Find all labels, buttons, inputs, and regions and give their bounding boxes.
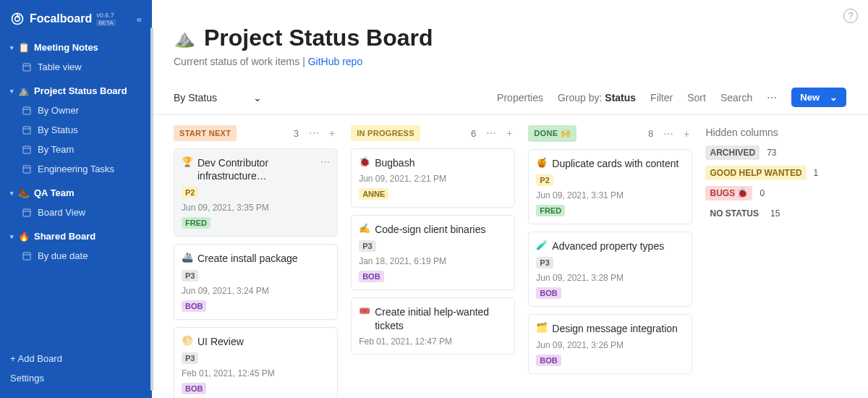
column-more-icon[interactable]: ⋯ xyxy=(306,127,322,139)
column-add-icon[interactable]: + xyxy=(326,127,338,139)
hidden-column-label: GOOD HELP WANTED xyxy=(705,166,806,180)
card-date: Jun 09, 2021, 3:26 PM xyxy=(536,340,684,350)
group-title: Shared Board xyxy=(34,231,95,242)
sidebar-group-header[interactable]: ▾⛰️Project Status Board xyxy=(0,80,152,101)
filter-button[interactable]: Filter xyxy=(650,92,673,103)
owner-badge: ANNE xyxy=(359,188,388,200)
group-icon: ⛰️ xyxy=(18,85,30,96)
card-title: Advanced property types xyxy=(552,240,664,253)
search-button[interactable]: Search xyxy=(720,92,752,103)
app-version: v0.6.7 BETA xyxy=(96,12,115,26)
group-by-button[interactable]: Group by: Status xyxy=(558,92,636,103)
sidebar-item[interactable]: By Team xyxy=(0,140,152,159)
collapse-sidebar-icon[interactable]: « xyxy=(137,14,142,25)
priority-badge: P3 xyxy=(359,240,375,252)
kanban-board: START NEXT 3 ⋯ + 🏆Dev Contributor infras… xyxy=(152,115,868,398)
sidebar-item-label: Board View xyxy=(38,207,85,218)
card-date: Jun 09, 2021, 3:35 PM xyxy=(182,203,330,213)
sidebar-item-label: By Status xyxy=(38,124,78,135)
column-add-icon[interactable]: + xyxy=(503,127,515,139)
svg-rect-10 xyxy=(23,146,30,153)
app-logo[interactable]: Focalboard xyxy=(10,12,92,26)
column-more-icon[interactable]: ⋯ xyxy=(660,128,676,140)
view-icon xyxy=(22,208,32,218)
card-title: Design message integration xyxy=(552,322,678,335)
card-title: Create install package xyxy=(197,252,298,265)
card[interactable]: ✍️Code-sign client binaries P3 Jan 18, 2… xyxy=(351,215,515,290)
column-label[interactable]: IN PROGRESS xyxy=(351,125,420,141)
column-label[interactable]: START NEXT xyxy=(174,125,237,141)
column-count: 3 xyxy=(294,128,299,139)
hidden-column-row[interactable]: BUGS 🐞0 xyxy=(705,186,858,200)
card[interactable]: 🐞Bugbash Jun 09, 2021, 2:21 PM ANNE xyxy=(351,148,515,208)
sidebar-scrollbar[interactable] xyxy=(150,27,153,391)
card-date: Jun 09, 2021, 2:21 PM xyxy=(359,174,507,184)
card[interactable]: 🗂️Design message integration Jun 09, 202… xyxy=(528,314,692,373)
sidebar-item[interactable]: By Owner xyxy=(0,101,152,120)
add-board-button[interactable]: + Add Board xyxy=(10,349,142,368)
owner-badge: FRED xyxy=(182,217,210,229)
page-title: Project Status Board xyxy=(204,25,433,51)
view-icon xyxy=(22,164,32,174)
column-add-icon[interactable]: + xyxy=(681,128,692,140)
card[interactable]: 🧪Advanced property types P3 Jun 09, 2021… xyxy=(528,232,692,307)
card[interactable]: 🏆Dev Contributor infrastructure…⋯ P2 Jun… xyxy=(174,148,338,237)
sidebar-item[interactable]: Table view xyxy=(0,57,152,77)
hidden-column-row[interactable]: GOOD HELP WANTED1 xyxy=(705,166,858,180)
chevron-down-icon: ▾ xyxy=(10,88,14,95)
view-icon xyxy=(22,125,32,135)
card[interactable]: 🎟️Create initial help-wanted tickets Feb… xyxy=(351,297,515,354)
sidebar-item-label: By Owner xyxy=(38,105,79,116)
card-date: Feb 01, 2021, 12:45 PM xyxy=(182,368,330,378)
card-icon: ✍️ xyxy=(359,223,370,235)
hidden-column-row[interactable]: NO STATUS15 xyxy=(705,206,858,221)
sidebar-item[interactable]: Board View xyxy=(0,203,152,222)
group-title: QA Team xyxy=(34,187,75,198)
chevron-down-icon: ▾ xyxy=(10,190,14,197)
column-label[interactable]: DONE 🙌 xyxy=(528,125,576,142)
sidebar-item[interactable]: By due date xyxy=(0,246,152,266)
github-link[interactable]: GitHub repo xyxy=(308,56,362,67)
column-more-icon[interactable]: ⋯ xyxy=(483,127,499,139)
hidden-column-label: NO STATUS xyxy=(705,206,763,221)
card[interactable]: 🚢Create install package P3 Jun 09, 2021,… xyxy=(174,244,338,319)
owner-badge: BOB xyxy=(182,300,206,312)
card-title: Dev Contributor infrastructure… xyxy=(197,156,316,182)
view-icon xyxy=(22,106,32,116)
hidden-column-count: 0 xyxy=(760,188,765,198)
card-title: Duplicate cards with content xyxy=(552,157,678,170)
new-button[interactable]: New⌄ xyxy=(791,88,846,107)
group-title: Meeting Notes xyxy=(34,42,98,53)
sidebar-group-header[interactable]: ▾📋Meeting Notes xyxy=(0,36,152,57)
card-title: Code-sign client binaries xyxy=(375,223,485,236)
card-icon: 🏆 xyxy=(182,156,193,169)
card-icon: 🚢 xyxy=(182,252,193,264)
view-selector[interactable]: By Status ⌄ xyxy=(174,92,262,103)
sidebar-item-label: By Team xyxy=(38,144,74,155)
sidebar-item[interactable]: Engineering Tasks xyxy=(0,159,152,179)
group-icon: 🥾 xyxy=(18,187,30,198)
hidden-column-row[interactable]: ARCHIVED73 xyxy=(705,145,858,160)
more-icon[interactable]: ⋯ xyxy=(767,92,777,103)
sort-button[interactable]: Sort xyxy=(687,92,706,103)
card[interactable]: 🍯Duplicate cards with content P2 Jun 09,… xyxy=(528,149,692,224)
card-more-icon[interactable]: ⋯ xyxy=(320,156,330,169)
settings-link[interactable]: Settings xyxy=(10,368,142,388)
card-icon: 🧪 xyxy=(536,240,548,252)
card-date: Jun 09, 2021, 3:31 PM xyxy=(536,190,684,200)
view-icon xyxy=(22,62,32,72)
sidebar-group-header[interactable]: ▾🔥Shared Board xyxy=(0,225,152,246)
card-icon: 🐞 xyxy=(359,156,370,169)
column-done: DONE 🙌 8 ⋯ + 🍯Duplicate cards with conte… xyxy=(528,125,692,398)
card[interactable]: 🌕UI Review P3 Feb 01, 2021, 12:45 PM BOB xyxy=(174,327,338,398)
card-icon: 🗂️ xyxy=(536,322,548,334)
column-count: 6 xyxy=(471,128,476,139)
sidebar-group-header[interactable]: ▾🥾QA Team xyxy=(0,182,152,203)
sidebar-item[interactable]: By Status xyxy=(0,120,152,140)
sidebar: Focalboard v0.6.7 BETA « ▾📋Meeting Notes… xyxy=(0,0,152,398)
column-header: START NEXT 3 ⋯ + xyxy=(174,125,338,141)
card-icon: 🍯 xyxy=(536,157,548,169)
properties-button[interactable]: Properties xyxy=(497,92,543,103)
help-icon[interactable]: ? xyxy=(843,9,858,23)
group-title: Project Status Board xyxy=(34,85,127,96)
